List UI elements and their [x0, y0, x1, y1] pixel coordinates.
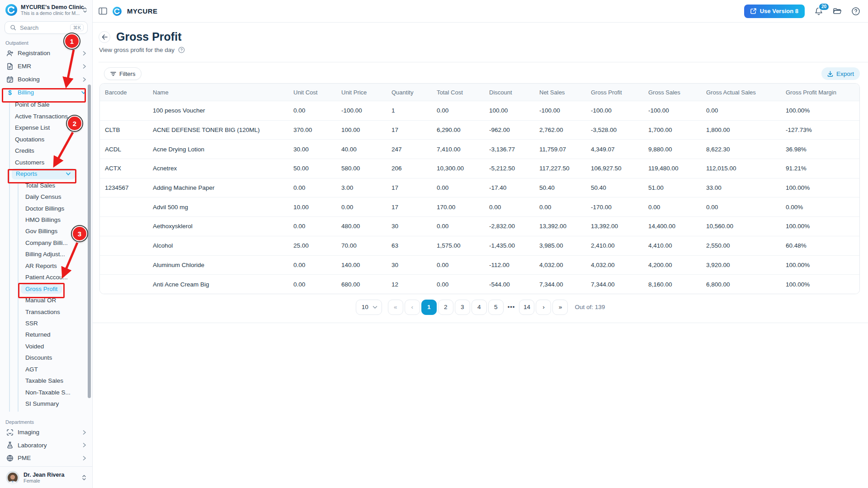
sidebar-scrollbar[interactable] [88, 84, 91, 398]
sidebar-item-label: Imaging [18, 429, 78, 436]
first-page-button[interactable]: « [388, 300, 403, 315]
sidebar-subitem[interactable]: Discounts [0, 352, 92, 363]
column-header: Gross Profit [586, 84, 643, 101]
pagination-ellipsis: ••• [505, 304, 518, 310]
chevron-updown-icon [81, 474, 87, 481]
last-page-button[interactable]: » [552, 300, 568, 315]
sidebar-subitem[interactable]: Expense List [0, 122, 92, 134]
back-button[interactable] [99, 31, 110, 43]
column-header: Unit Price [336, 84, 387, 101]
search-shortcut-badge: ⌘K [70, 24, 84, 31]
sidebar-subitem[interactable]: Non-Taxable S... [0, 386, 92, 398]
chevron-updown-icon [82, 7, 88, 13]
sidebar-item-pme[interactable]: PME [0, 451, 92, 465]
table-row[interactable]: Alcohol 25.0070.00 631,575.00 -1,435.003… [100, 236, 859, 255]
page-number-button[interactable]: 2 [438, 300, 453, 315]
column-header: Net Sales [534, 84, 586, 101]
sidebar-subitem[interactable]: SI Summary [0, 398, 92, 409]
table-row[interactable]: Aluminum Chloride 0.00140.00 300.00 -112… [100, 255, 859, 275]
sidebar-subitem[interactable]: Manual OR [0, 295, 92, 306]
page-number-button[interactable]: 4 [472, 300, 487, 315]
workspace-switcher[interactable]: MYCURE's Demo Clinic This is a demo clin… [0, 0, 92, 19]
table-row[interactable]: Aethoxysklerol 0.00480.00 300.00 -2,832.… [100, 216, 859, 236]
sidebar-subitem[interactable]: SSR [0, 318, 92, 329]
table-row[interactable]: Anti Acne Cream Big 0.00680.00 120.00 -5… [100, 274, 859, 294]
mycure-logo-icon [5, 4, 17, 16]
table-row[interactable]: ACTXAcnetrex 50.00580.00 20610,300.00 -5… [100, 159, 859, 178]
use-version-8-button[interactable]: Use Version 8 [744, 5, 805, 18]
sidebar-subitem[interactable]: Daily Census [0, 191, 92, 202]
sidebar-item-reports[interactable]: Reports [0, 168, 92, 180]
sidebar-subitem[interactable]: HMO Billings [0, 214, 92, 225]
chevron-right-icon [82, 455, 86, 461]
table-row[interactable]: Advil 500 mg 10.000.00 17170.00 0.000.00… [100, 197, 859, 216]
reports-submenu: Total SalesDaily CensusDoctor BillingsHM… [0, 180, 92, 410]
page-size-select[interactable]: 10 [356, 300, 382, 315]
sidebar-subitem[interactable]: Total Sales [0, 180, 92, 191]
sidebar-subitem[interactable]: Credits [0, 145, 92, 157]
table-row[interactable]: ACDLAcne Drying Lotion 30.0040.00 2477,4… [100, 139, 859, 159]
sidebar-subitem[interactable]: Transactions [0, 306, 92, 317]
sidebar-item-emr[interactable]: EMR [0, 60, 92, 73]
flask-icon [6, 441, 14, 449]
sidebar-subitem[interactable]: AGT [0, 364, 92, 375]
last-page-number-button[interactable]: 14 [519, 300, 534, 315]
folder-icon[interactable] [833, 7, 842, 16]
sidebar-subitem[interactable]: Point of Sale [0, 99, 92, 111]
sidebar: MYCURE's Demo Clinic This is a demo clin… [0, 0, 93, 488]
column-header: Gross Sales [643, 84, 701, 101]
column-header: Name [148, 84, 288, 101]
sidebar-subitem[interactable]: Voided [0, 341, 92, 352]
page-number-button[interactable]: 5 [488, 300, 504, 315]
sidebar-subitem[interactable]: Taxable Sales [0, 375, 92, 386]
help-circle-icon[interactable] [178, 47, 185, 53]
globe-icon [6, 455, 14, 462]
sidebar-item-booking[interactable]: Booking [0, 73, 92, 86]
search-icon [9, 24, 17, 31]
prev-page-button[interactable]: ‹ [405, 300, 420, 315]
sidebar-item-label: EMR [18, 63, 78, 70]
sidebar-subitem[interactable]: Doctor Billings [0, 202, 92, 214]
sidebar-item-billing[interactable]: $ Billing [0, 86, 92, 99]
sidebar-item-registration[interactable]: Registration [0, 47, 92, 60]
user-profile[interactable]: Dr. Jean Rivera Female [0, 466, 92, 488]
help-icon[interactable] [851, 7, 860, 16]
scan-face-icon [6, 429, 14, 436]
table-row[interactable]: 100 pesos Voucher 0.00-100.00 10.00 100.… [100, 101, 859, 120]
sidebar-item-label: Booking [18, 76, 78, 83]
sidebar-subitem[interactable]: Active Transactions [0, 111, 92, 122]
sidebar-subitem[interactable]: AR Reports [0, 260, 92, 272]
sidebar-item-imaging[interactable]: Imaging [0, 426, 92, 439]
table-row[interactable]: 1234567Adding Machine Paper 0.003.00 170… [100, 178, 859, 197]
mycure-logo-icon [113, 7, 122, 16]
sidebar-subitem[interactable]: Patient Accou... [0, 272, 92, 283]
search-input[interactable] [20, 24, 67, 31]
sidebar-subitem[interactable]: Gross Profit [0, 283, 92, 294]
next-page-button[interactable]: › [536, 300, 551, 315]
notification-count-badge: 20 [818, 3, 830, 11]
page-number-button[interactable]: 1 [421, 300, 437, 315]
chevron-down-icon [373, 305, 377, 309]
external-link-icon [750, 8, 756, 14]
sidebar-subitem[interactable]: Customers [0, 157, 92, 169]
sidebar-subitem[interactable]: Company Billi... [0, 237, 92, 249]
notifications-bell-icon[interactable]: 20 [814, 7, 823, 16]
page-title: Gross Profit [116, 30, 181, 43]
table-row[interactable]: CLTBACNE DEFENSE TONER BIG (120ML) 370.0… [100, 120, 859, 140]
indent-guide [9, 102, 10, 412]
sidebar-subitem[interactable]: Billing Adjust... [0, 249, 92, 260]
filters-button[interactable]: Filters [104, 67, 142, 80]
sidebar-toggle-icon[interactable] [99, 7, 107, 15]
sidebar-subitem[interactable]: Returned [0, 329, 92, 340]
export-button[interactable]: Export [821, 67, 860, 80]
sidebar-subitem[interactable]: Gov Billings [0, 225, 92, 237]
billing-submenu: Point of SaleActive TransactionsExpense … [0, 99, 92, 168]
main-area: MYCURE Use Version 8 20 [93, 0, 868, 488]
chevron-down-icon [66, 172, 71, 176]
page-number-button[interactable]: 3 [455, 300, 470, 315]
search-bar[interactable]: ⌘K [5, 21, 88, 34]
sidebar-subitem[interactable]: Quotations [0, 134, 92, 145]
sidebar-item-laboratory[interactable]: Laboratory [0, 439, 92, 452]
user-subtitle: Female [24, 478, 77, 483]
chevron-right-icon [82, 442, 86, 448]
